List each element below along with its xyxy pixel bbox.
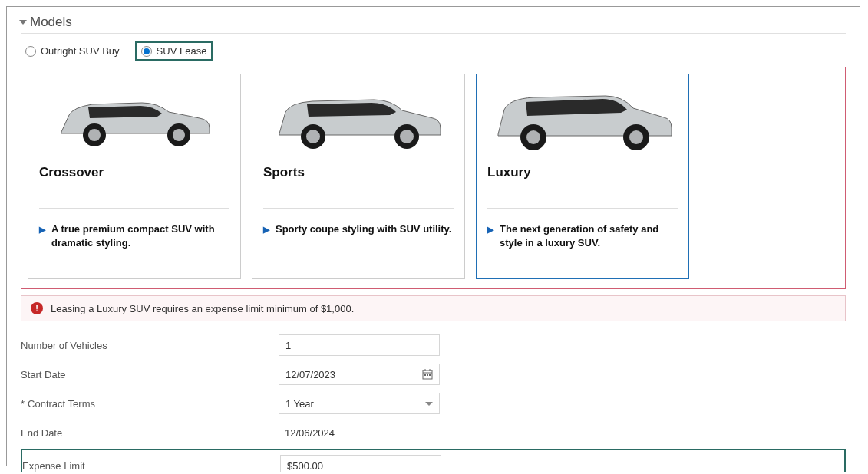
svg-rect-17 <box>427 374 428 376</box>
label-num-vehicles: Number of Vehicles <box>21 340 279 351</box>
lease-form: Number of Vehicles 1 Start Date 12/07/20… <box>21 332 846 472</box>
label-contract-terms: * Contract Terms <box>21 398 279 410</box>
label-start-date: Start Date <box>21 369 279 380</box>
radio-label: SUV Lease <box>157 45 207 57</box>
svg-rect-18 <box>429 374 431 376</box>
divider <box>263 208 454 209</box>
row-contract-terms: * Contract Terms 1 Year <box>21 390 846 416</box>
chevron-down-icon <box>425 402 433 406</box>
expense-limit-highlight: Expense Limit $500.00 <box>21 449 846 472</box>
required-icon: * <box>21 398 25 410</box>
radio-suv-lease[interactable]: SUV Lease <box>135 41 213 61</box>
purchase-type-radios: Outright SUV Buy SUV Lease <box>21 41 846 61</box>
model-cards: Crossover ▶ A true premium compact SUV w… <box>21 67 846 289</box>
svg-point-3 <box>173 129 185 141</box>
svg-point-9 <box>526 130 540 144</box>
label-end-date: End Date <box>21 427 279 439</box>
bullet-icon: ▶ <box>487 224 493 235</box>
label-expense-limit: Expense Limit <box>22 460 280 472</box>
svg-rect-16 <box>424 374 426 376</box>
radio-icon <box>25 46 36 57</box>
section-header[interactable]: Models <box>21 15 846 34</box>
card-luxury[interactable]: Luxury ▶ The next generation of safety a… <box>476 74 689 279</box>
row-end-date: End Date 12/06/2024 <box>21 420 846 446</box>
card-title: Sports <box>263 165 454 180</box>
row-expense-limit: Expense Limit $500.00 <box>22 453 844 472</box>
alert-message: Leasing a Luxury SUV requires an expense… <box>51 303 354 314</box>
divider <box>39 208 229 209</box>
row-num-vehicles: Number of Vehicles 1 <box>21 332 846 358</box>
svg-point-5 <box>306 130 320 143</box>
car-image <box>39 85 229 156</box>
svg-point-1 <box>88 129 101 141</box>
input-start-date[interactable]: 12/07/2023 <box>279 364 440 385</box>
input-num-vehicles[interactable]: 1 <box>279 334 440 356</box>
svg-point-7 <box>400 130 414 143</box>
radio-label: Outright SUV Buy <box>41 45 120 57</box>
radio-outright-buy[interactable]: Outright SUV Buy <box>21 43 124 59</box>
card-crossover[interactable]: Crossover ▶ A true premium compact SUV w… <box>28 74 241 279</box>
select-contract-terms[interactable]: 1 Year <box>279 393 440 414</box>
calendar-icon <box>422 369 433 380</box>
section-title: Models <box>30 15 72 30</box>
svg-point-11 <box>629 130 643 144</box>
bullet-icon: ▶ <box>39 224 45 235</box>
card-sports[interactable]: Sports ▶ Sporty coupe styling with SUV u… <box>252 74 465 279</box>
value-end-date: 12/06/2024 <box>279 422 440 443</box>
row-start-date: Start Date 12/07/2023 <box>21 361 846 387</box>
card-description: ▶ A true premium compact SUV with dramat… <box>39 222 229 250</box>
card-title: Crossover <box>39 165 229 180</box>
card-description: ▶ The next generation of safety and styl… <box>487 222 678 250</box>
card-title: Luxury <box>487 165 678 180</box>
card-description: ▶ Sporty coupe styling with SUV utility. <box>263 222 454 236</box>
collapse-icon <box>19 20 27 25</box>
bullet-icon: ▶ <box>263 224 269 235</box>
radio-icon <box>141 46 152 57</box>
input-expense-limit[interactable]: $500.00 <box>280 455 441 472</box>
validation-alert: ! Leasing a Luxury SUV requires an expen… <box>21 295 846 321</box>
car-image <box>263 85 454 156</box>
divider <box>487 208 678 209</box>
car-image <box>487 85 678 156</box>
error-icon: ! <box>31 302 43 314</box>
